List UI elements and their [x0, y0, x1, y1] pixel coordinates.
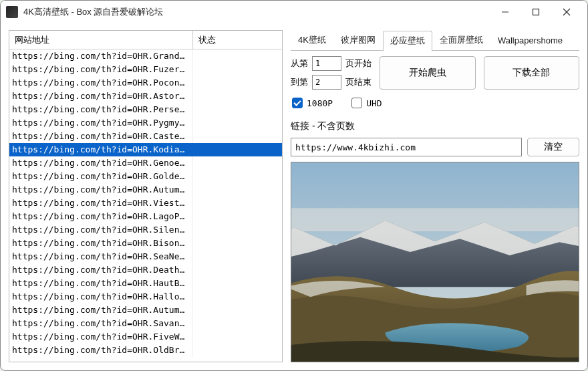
list-item-status	[193, 330, 282, 344]
list-item-status	[193, 156, 282, 170]
column-header-url[interactable]: 网站地址	[9, 31, 193, 49]
to-page-label: 到第	[291, 76, 308, 88]
list-item-status	[193, 303, 282, 317]
url-list-panel: 网站地址 状态 https://bing.com/th?id=OHR.Grand…	[9, 30, 283, 362]
checkbox-1080p-label: 1080P	[307, 98, 333, 108]
tab-1[interactable]: 彼岸图网	[333, 30, 383, 50]
list-item-status	[193, 90, 282, 103]
link-section-label: 链接 - 不含页数	[291, 120, 579, 132]
list-item-status	[193, 76, 282, 90]
list-item-status	[193, 116, 282, 130]
list-item-url: https://bing.com/th?id=OHR.Pocon...	[9, 76, 193, 90]
tab-2[interactable]: 必应壁纸	[383, 31, 432, 51]
list-item[interactable]: https://bing.com/th?id=OHR.Perse...	[9, 103, 282, 116]
list-item-status	[193, 183, 282, 197]
list-item[interactable]: https://bing.com/th?id=OHR.SeaNe...	[9, 250, 282, 263]
list-item[interactable]: https://bing.com/th?id=OHR.Viest...	[9, 197, 282, 210]
list-item[interactable]: https://bing.com/th?id=OHR.Autum...	[9, 183, 282, 197]
list-item[interactable]: https://bing.com/th?id=OHR.FiveW...	[9, 330, 282, 344]
list-item-url: https://bing.com/th?id=OHR.Caste...	[9, 130, 193, 143]
source-tabs: 4K壁纸彼岸图网必应壁纸全面屏壁纸Wallpapershome	[291, 30, 579, 50]
list-item-status	[193, 237, 282, 250]
app-icon	[6, 6, 18, 18]
checkbox-1080p[interactable]: 1080P	[292, 98, 333, 108]
list-item-url: https://bing.com/th?id=OHR.Kodia...	[9, 143, 193, 156]
close-button[interactable]	[551, 2, 582, 22]
list-item-url: https://bing.com/th?id=OHR.HautB...	[9, 277, 193, 290]
list-item-url: https://bing.com/th?id=OHR.Fuzer...	[9, 63, 193, 76]
list-item[interactable]: https://bing.com/th?id=OHR.Pygmy...	[9, 116, 282, 130]
list-item-status	[193, 344, 282, 357]
resolution-options: 1080P UHD	[291, 95, 579, 112]
list-item-url: https://bing.com/th?id=OHR.Viest...	[9, 197, 193, 210]
list-item-status	[193, 197, 282, 210]
list-item-url: https://bing.com/th?id=OHR.Bison...	[9, 237, 193, 250]
list-item-status	[193, 317, 282, 330]
titlebar[interactable]: 4K高清壁纸 - Box 源自吾爱破解论坛	[1, 1, 587, 23]
list-item[interactable]: https://bing.com/th?id=OHR.Astor...	[9, 90, 282, 103]
from-page-input[interactable]	[312, 56, 341, 71]
list-item[interactable]: https://bing.com/th?id=OHR.Autum...	[9, 303, 282, 317]
list-item[interactable]: https://bing.com/th?id=OHR.LagoP...	[9, 210, 282, 223]
maximize-button[interactable]	[521, 2, 551, 22]
page-range-inputs: 从第 页开始 到第 页结束	[291, 56, 372, 90]
window-title: 4K高清壁纸 - Box 源自吾爱破解论坛	[23, 6, 163, 18]
list-item-url: https://bing.com/th?id=OHR.Autum...	[9, 183, 193, 197]
list-item-status	[193, 277, 282, 290]
column-header-status[interactable]: 状态	[193, 31, 282, 49]
list-item[interactable]: https://bing.com/th?id=OHR.Kodia...	[9, 143, 282, 156]
list-item[interactable]: https://bing.com/th?id=OHR.Fuzer...	[9, 63, 282, 76]
list-item-url: https://bing.com/th?id=OHR.Genoe...	[9, 156, 193, 170]
controls-panel: 4K壁纸彼岸图网必应壁纸全面屏壁纸Wallpapershome 从第 页开始 到…	[291, 30, 579, 362]
page-controls: 从第 页开始 到第 页结束 开始爬虫 下载全部	[291, 56, 579, 90]
image-preview	[291, 162, 579, 362]
list-item-url: https://bing.com/th?id=OHR.Astor...	[9, 90, 193, 103]
tab-0[interactable]: 4K壁纸	[291, 30, 333, 50]
svg-rect-1	[533, 9, 539, 15]
checkbox-uhd-label: UHD	[366, 98, 382, 108]
list-item-url: https://bing.com/th?id=OHR.Death...	[9, 263, 193, 277]
list-item-status	[193, 223, 282, 237]
list-item-status	[193, 170, 282, 183]
tab-4[interactable]: Wallpapershome	[490, 31, 570, 49]
list-item-url: https://bing.com/th?id=OHR.Savan...	[9, 317, 193, 330]
list-item[interactable]: https://bing.com/th?id=OHR.Pocon...	[9, 76, 282, 90]
checkbox-uhd[interactable]: UHD	[351, 98, 382, 108]
list-item[interactable]: https://bing.com/th?id=OHR.Hallo...	[9, 290, 282, 303]
checkbox-1080p-box	[292, 98, 303, 108]
link-row: 清空	[291, 138, 579, 156]
list-item[interactable]: https://bing.com/th?id=OHR.Savan...	[9, 317, 282, 330]
clear-button[interactable]: 清空	[527, 138, 579, 156]
list-header: 网站地址 状态	[9, 31, 282, 49]
to-page-input[interactable]	[312, 75, 341, 90]
list-item[interactable]: https://bing.com/th?id=OHR.Golde...	[9, 170, 282, 183]
list-item-status	[193, 103, 282, 116]
start-crawl-button[interactable]: 开始爬虫	[380, 56, 476, 90]
list-item-url: https://bing.com/th?id=OHR.Perse...	[9, 103, 193, 116]
list-item[interactable]: https://bing.com/th?id=OHR.Silen...	[9, 223, 282, 237]
list-item-url: https://bing.com/th?id=OHR.SeaNe...	[9, 250, 193, 263]
list-item-url: https://bing.com/th?id=OHR.Silen...	[9, 223, 193, 237]
list-item-url: https://bing.com/th?id=OHR.LagoP...	[9, 210, 193, 223]
list-item[interactable]: https://bing.com/th?id=OHR.OldBr...	[9, 344, 282, 357]
download-all-button[interactable]: 下载全部	[484, 56, 580, 90]
list-item-url: https://bing.com/th?id=OHR.Autum...	[9, 303, 193, 317]
list-item[interactable]: https://bing.com/th?id=OHR.Death...	[9, 263, 282, 277]
minimize-button[interactable]	[490, 2, 521, 22]
link-input[interactable]	[291, 138, 522, 156]
list-item[interactable]: https://bing.com/th?id=OHR.Genoe...	[9, 156, 282, 170]
app-window: 4K高清壁纸 - Box 源自吾爱破解论坛 网站地址 状态 https://bi…	[0, 0, 588, 371]
list-item-status	[193, 250, 282, 263]
url-list[interactable]: https://bing.com/th?id=OHR.Grand...https…	[9, 49, 282, 362]
list-item-status	[193, 143, 282, 156]
list-item[interactable]: https://bing.com/th?id=OHR.HautB...	[9, 277, 282, 290]
list-item[interactable]: https://bing.com/th?id=OHR.Caste...	[9, 130, 282, 143]
list-item[interactable]: https://bing.com/th?id=OHR.Grand...	[9, 49, 282, 63]
list-item[interactable]: https://bing.com/th?id=OHR.Bison...	[9, 237, 282, 250]
list-item-status	[193, 290, 282, 303]
tab-3[interactable]: 全面屏壁纸	[432, 30, 490, 50]
from-page-suffix: 页开始	[345, 57, 372, 70]
list-item-url: https://bing.com/th?id=OHR.Golde...	[9, 170, 193, 183]
checkbox-uhd-box	[351, 98, 362, 108]
to-page-suffix: 页结束	[345, 76, 372, 88]
